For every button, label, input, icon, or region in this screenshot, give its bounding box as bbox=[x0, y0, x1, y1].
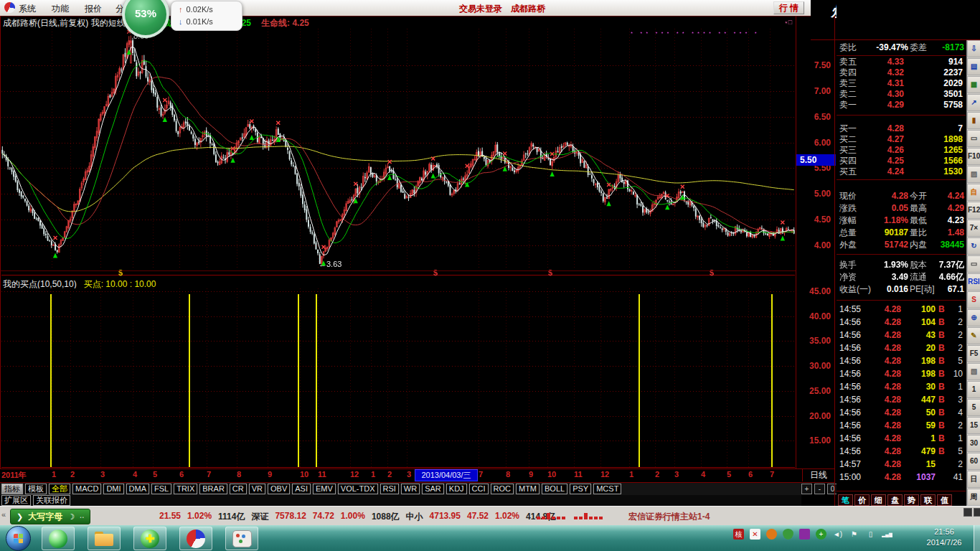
indicator-tab[interactable]: KDJ bbox=[446, 484, 467, 494]
buy-quote-row[interactable]: 买四4.251566 bbox=[838, 156, 964, 166]
buy-quote-row[interactable]: 买二4.271898 bbox=[838, 134, 964, 145]
indicator-group-tab[interactable]: 指标 bbox=[1, 484, 23, 494]
toolbar-button[interactable]: ↗ bbox=[967, 94, 980, 111]
tick-row[interactable]: 14:564.2843B2 bbox=[838, 330, 964, 341]
indicator-tab[interactable]: EMV bbox=[313, 484, 336, 494]
signal-chart[interactable] bbox=[1, 288, 795, 468]
quote-view-tab[interactable]: 值 bbox=[937, 494, 952, 506]
tick-row[interactable]: 14:564.28479B5 bbox=[838, 446, 964, 457]
toolbar-button[interactable]: 30 bbox=[967, 435, 980, 452]
indicator-tab[interactable]: WR bbox=[401, 484, 420, 494]
tray-browser-icon[interactable] bbox=[766, 529, 777, 540]
show-desktop-button[interactable] bbox=[974, 525, 980, 551]
toolbar-button[interactable]: ▮ bbox=[967, 112, 980, 129]
tick-row[interactable]: 15:004.28103741 bbox=[838, 472, 964, 483]
tick-row[interactable]: 14:554.28100B1 bbox=[838, 304, 964, 315]
indicator-tab[interactable]: DMA bbox=[126, 484, 149, 494]
indicator-tab[interactable]: VR bbox=[249, 484, 265, 494]
toolbar-button[interactable]: 60 bbox=[967, 453, 980, 470]
indicator-group-tab[interactable]: 模板 bbox=[25, 484, 47, 494]
toolbar-button[interactable]: 1 bbox=[967, 381, 980, 398]
menu-item[interactable]: 系统 bbox=[19, 3, 36, 15]
trade-status[interactable]: 交易未登录 bbox=[459, 3, 502, 15]
buy-quote-row[interactable]: 买三4.261265 bbox=[838, 145, 964, 156]
extended-tab[interactable]: 扩展区 bbox=[1, 495, 31, 506]
taskbar-clock[interactable]: 21:56 2014/7/26 bbox=[917, 527, 971, 548]
taskbar-app-stock[interactable] bbox=[179, 527, 212, 550]
zoom-in-button[interactable]: + bbox=[801, 484, 812, 494]
menu-item[interactable]: 报价 bbox=[85, 3, 102, 15]
quote-view-tab[interactable]: 细 bbox=[871, 494, 886, 506]
tick-row[interactable]: 14:564.28104B2 bbox=[838, 317, 964, 328]
app-logo-icon[interactable] bbox=[4, 2, 15, 13]
indicator-tab[interactable]: ASI bbox=[292, 484, 311, 494]
toolbar-button[interactable]: ↻ bbox=[967, 237, 980, 255]
toolbar-button[interactable]: ▦ bbox=[967, 76, 980, 93]
tick-row[interactable]: 14:564.28198B5 bbox=[838, 356, 964, 367]
indicator-tab[interactable]: BRAR bbox=[199, 484, 227, 494]
tick-row[interactable]: 14:564.28198B10 bbox=[838, 369, 964, 380]
period-label[interactable]: 日线 bbox=[802, 469, 835, 481]
tray-health-icon[interactable]: + bbox=[816, 529, 826, 540]
extended-tab[interactable]: 关联报价 bbox=[33, 495, 70, 506]
tray-mail-icon[interactable]: ✕ bbox=[750, 529, 760, 540]
indicator-tab[interactable]: MTM bbox=[516, 484, 540, 494]
tick-row[interactable]: 14:574.28152 bbox=[838, 459, 964, 470]
zoom-out-button[interactable]: - bbox=[814, 484, 825, 494]
ime-bar[interactable]: ❯ 大写字母 ☽ ∙∙ bbox=[10, 509, 90, 524]
tray-shield-icon[interactable] bbox=[783, 529, 793, 540]
toolbar-button[interactable]: 5 bbox=[967, 399, 980, 416]
indicator-tab[interactable]: FSL bbox=[151, 484, 171, 494]
indicator-tab[interactable]: ROC bbox=[491, 484, 514, 494]
indicator-tab[interactable]: DMI bbox=[103, 484, 123, 494]
sell-quote-row[interactable]: 卖二4.303501 bbox=[838, 89, 964, 100]
network-icon[interactable]: ▂▄▆ bbox=[882, 529, 892, 540]
toolbar-button[interactable]: ▨ bbox=[967, 166, 980, 183]
indicator-tab[interactable]: VOL-TDX bbox=[338, 484, 378, 494]
tray-app-icon[interactable] bbox=[799, 529, 810, 540]
sell-quote-row[interactable]: 卖四4.322237 bbox=[838, 67, 964, 78]
taskbar-app-explorer[interactable] bbox=[88, 527, 121, 550]
indicator-tab[interactable]: BOLL bbox=[542, 484, 567, 494]
toolbar-button[interactable]: F12 bbox=[967, 202, 980, 219]
collapse-button[interactable]: « bbox=[1, 510, 6, 519]
tick-row[interactable]: 14:564.281B1 bbox=[838, 433, 964, 444]
toolbar-button[interactable]: F5 bbox=[967, 345, 980, 362]
toolbar-button[interactable]: 7× bbox=[967, 220, 980, 237]
indicator-tab[interactable]: CCI bbox=[469, 484, 489, 494]
time-axis[interactable]: 2011年 1234567891011121237891011121234567… bbox=[0, 468, 801, 482]
indicator-tab[interactable]: MCST bbox=[593, 484, 621, 494]
tray-stock-icon[interactable]: 核 bbox=[733, 529, 744, 540]
toolbar-button[interactable]: ▭ bbox=[967, 255, 980, 273]
tick-row[interactable]: 14:564.28447B3 bbox=[838, 395, 964, 405]
toolbar-button[interactable]: 周 bbox=[967, 489, 980, 506]
indicator-tab[interactable]: MACD bbox=[72, 484, 101, 494]
sell-quote-row[interactable]: 卖五4.33914 bbox=[838, 57, 964, 67]
toolbar-button[interactable]: RSI bbox=[967, 273, 980, 291]
buy-quote-row[interactable]: 买五4.241530 bbox=[838, 166, 964, 177]
sell-quote-row[interactable]: 卖一4.295758 bbox=[838, 100, 964, 110]
taskbar-app-paint[interactable] bbox=[225, 527, 258, 550]
tick-row[interactable]: 14:564.2820B2 bbox=[838, 343, 964, 354]
toolbar-button[interactable]: 自 bbox=[967, 184, 980, 201]
tick-row[interactable]: 14:564.2859B2 bbox=[838, 420, 964, 431]
indicator-tab[interactable]: CR bbox=[230, 484, 247, 494]
start-button[interactable] bbox=[6, 526, 31, 551]
toolbar-button[interactable]: ⇩ bbox=[967, 40, 980, 57]
quote-view-tab[interactable]: 联 bbox=[920, 494, 936, 506]
toolbar-button[interactable]: ✎ bbox=[967, 327, 980, 344]
toolbar-button[interactable]: S bbox=[967, 291, 980, 309]
toolbar-button[interactable]: 15 bbox=[967, 417, 980, 434]
toolbar-button[interactable]: ▤ bbox=[967, 58, 980, 75]
tick-row[interactable]: 14:564.2850B4 bbox=[838, 408, 964, 418]
sell-quote-row[interactable]: 卖三4.312029 bbox=[838, 78, 964, 89]
indicator-tab[interactable]: OBV bbox=[268, 484, 290, 494]
toolbar-button[interactable]: F10 bbox=[967, 148, 980, 165]
toolbar-button[interactable]: ⊕ bbox=[967, 309, 980, 326]
indicator-tab[interactable]: RSI bbox=[380, 484, 399, 494]
calendar-icon[interactable]: ▯ bbox=[865, 529, 876, 540]
server-status[interactable]: 宏信证券行情主站1-4 bbox=[628, 511, 710, 523]
menu-item[interactable]: 功能 bbox=[52, 3, 69, 15]
indicator-group-tab[interactable]: 全部 bbox=[49, 484, 70, 494]
toolbar-button[interactable]: 日 bbox=[967, 471, 980, 488]
